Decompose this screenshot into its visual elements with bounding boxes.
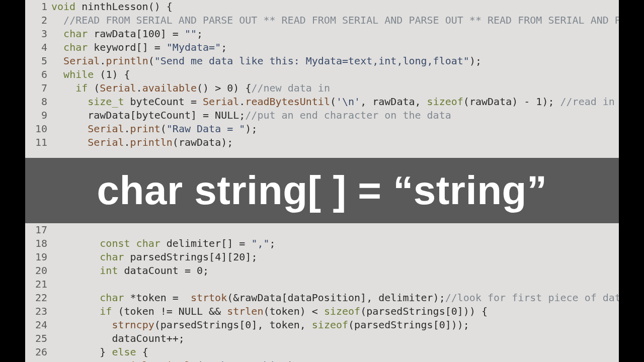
code-line: 18 const char delimiter[] = ","; — [25, 237, 619, 250]
line-number: 8 — [25, 95, 51, 109]
line-number: 1 — [25, 0, 51, 14]
code-line: 20 int dataCount = 0; — [25, 264, 619, 278]
code-text: char *token = strtok(&rawData[dataPositi… — [51, 291, 619, 305]
code-line: 27 Serial.println("token to big"); — [25, 359, 619, 362]
code-line: 6 while (1) { — [25, 68, 619, 81]
overlay-text: char string[ ] = “string” — [97, 167, 547, 214]
code-text: Serial.println("Send me data like this: … — [51, 54, 619, 68]
code-line: 2 //READ FROM SERIAL AND PARSE OUT ** RE… — [25, 14, 619, 27]
line-number: 25 — [25, 332, 51, 345]
line-number: 19 — [25, 250, 51, 264]
code-text: void ninthLesson() { — [51, 0, 619, 14]
code-line: 7 if (Serial.available() > 0) {//new dat… — [25, 81, 619, 95]
code-line: 21 — [25, 278, 619, 291]
code-text: size_t byteCount = Serial.readBytesUntil… — [51, 95, 619, 109]
code-line: 3 char rawData[100] = ""; — [25, 27, 619, 41]
line-number: 20 — [25, 264, 51, 278]
line-number: 10 — [25, 122, 51, 136]
code-text: char rawData[100] = ""; — [51, 27, 619, 41]
code-text: Serial.println("token to big"); — [51, 359, 619, 362]
code-text: strncpy(parsedStrings[0], token, sizeof(… — [51, 318, 619, 332]
code-line: 9 rawData[byteCount] = NULL;//put an end… — [25, 109, 619, 122]
line-number: 18 — [25, 237, 51, 250]
code-block-bottom: 1718 const char delimiter[] = ",";19 cha… — [25, 223, 619, 362]
line-number: 27 — [25, 359, 51, 362]
code-line: 26 } else { — [25, 345, 619, 359]
code-line: 17 — [25, 223, 619, 237]
code-line: 1void ninthLesson() { — [25, 0, 619, 14]
line-number: 2 — [25, 14, 51, 27]
title-overlay: char string[ ] = “string” — [25, 158, 619, 223]
code-line: 23 if (token != NULL && strlen(token) < … — [25, 305, 619, 318]
code-text: if (Serial.available() > 0) {//new data … — [51, 81, 619, 95]
code-line: 8 size_t byteCount = Serial.readBytesUnt… — [25, 95, 619, 109]
code-text: Serial.println(rawData); — [51, 136, 619, 149]
code-text — [51, 278, 619, 291]
code-line: 4 char keyword[] = "Mydata="; — [25, 41, 619, 54]
code-text: const char delimiter[] = ","; — [51, 237, 619, 250]
code-line: 22 char *token = strtok(&rawData[dataPos… — [25, 291, 619, 305]
code-text: Serial.print("Raw Data = "); — [51, 122, 619, 136]
line-number: 5 — [25, 54, 51, 68]
line-number: 26 — [25, 345, 51, 359]
line-number: 4 — [25, 41, 51, 54]
line-number: 9 — [25, 109, 51, 122]
code-text: } else { — [51, 345, 619, 359]
line-number: 3 — [25, 27, 51, 41]
code-block-top: 1void ninthLesson() {2 //READ FROM SERIA… — [25, 0, 619, 149]
code-line: 24 strncpy(parsedStrings[0], token, size… — [25, 318, 619, 332]
line-number: 6 — [25, 68, 51, 81]
code-text: if (token != NULL && strlen(token) < siz… — [51, 305, 619, 318]
code-text: while (1) { — [51, 68, 619, 81]
line-number: 24 — [25, 318, 51, 332]
code-line: 10 Serial.print("Raw Data = "); — [25, 122, 619, 136]
code-text: dataCount++; — [51, 332, 619, 345]
line-number: 17 — [25, 223, 51, 237]
code-text: char keyword[] = "Mydata="; — [51, 41, 619, 54]
line-number: 21 — [25, 278, 51, 291]
code-text: char parsedStrings[4][20]; — [51, 250, 619, 264]
code-text: int dataCount = 0; — [51, 264, 619, 278]
code-line: 19 char parsedStrings[4][20]; — [25, 250, 619, 264]
line-number: 22 — [25, 291, 51, 305]
code-line: 11 Serial.println(rawData); — [25, 136, 619, 149]
code-text: //READ FROM SERIAL AND PARSE OUT ** READ… — [51, 14, 619, 27]
code-line: 5 Serial.println("Send me data like this… — [25, 54, 619, 68]
line-number: 7 — [25, 81, 51, 95]
line-number: 23 — [25, 305, 51, 318]
line-number: 11 — [25, 136, 51, 149]
code-line: 25 dataCount++; — [25, 332, 619, 345]
code-text — [51, 223, 619, 237]
code-text: rawData[byteCount] = NULL;//put an end c… — [51, 109, 619, 122]
